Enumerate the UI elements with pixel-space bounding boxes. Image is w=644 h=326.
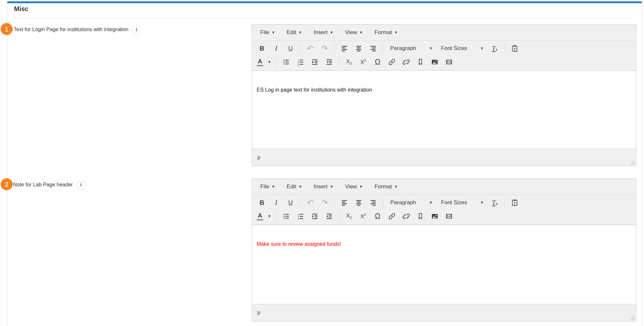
remove-link-button[interactable]: [399, 211, 413, 222]
italic-button[interactable]: I: [269, 43, 283, 54]
insert-link-button[interactable]: [385, 56, 399, 68]
paste-as-text-button[interactable]: T: [508, 197, 522, 208]
text-color-caret-button[interactable]: ▼: [265, 56, 274, 68]
indent-button[interactable]: [308, 56, 322, 68]
subscript-button[interactable]: X2: [342, 56, 356, 68]
chevron-down-icon: ▼: [430, 47, 432, 50]
font-sizes-dropdown[interactable]: Font Sizes▼: [436, 43, 487, 54]
insert-image-button[interactable]: [428, 211, 442, 222]
paste-as-text-icon: T: [511, 199, 519, 207]
paste-as-text-button[interactable]: T: [508, 43, 522, 54]
editor-menubar: File▼ Edit▼ Insert▼ View▼ Format▼: [252, 179, 636, 195]
text-color-caret-button[interactable]: ▼: [265, 211, 274, 222]
underline-icon: U: [288, 199, 293, 206]
underline-button[interactable]: U: [283, 43, 298, 54]
subscript-button[interactable]: X2: [342, 211, 356, 222]
outdent-button[interactable]: [322, 56, 336, 68]
font-sizes-value: Font Sizes: [441, 199, 467, 206]
align-center-button[interactable]: [352, 197, 366, 208]
menu-file[interactable]: File▼: [254, 183, 280, 190]
element-path[interactable]: p: [257, 310, 260, 316]
menu-insert[interactable]: Insert▼: [308, 183, 339, 190]
resize-handle-icon[interactable]: [630, 160, 635, 165]
paragraph-format-value: Paragraph: [390, 199, 416, 206]
chevron-down-icon: ▼: [299, 31, 302, 34]
remove-link-button[interactable]: [399, 56, 413, 68]
chevron-down-icon: ▼: [272, 185, 274, 188]
bold-button[interactable]: B: [255, 43, 269, 54]
bold-button[interactable]: B: [255, 197, 269, 208]
insert-media-button[interactable]: [442, 56, 456, 68]
chevron-down-icon: ▼: [395, 185, 397, 188]
omega-icon: Ω: [375, 212, 380, 221]
menu-file-label: File: [260, 29, 269, 36]
element-path[interactable]: p: [257, 155, 260, 160]
menu-edit[interactable]: Edit▼: [280, 183, 307, 190]
insert-link-button[interactable]: [385, 211, 399, 222]
bullet-list-button[interactable]: [279, 211, 293, 222]
unlink-icon: [402, 58, 410, 66]
info-icon[interactable]: i: [132, 25, 141, 34]
paragraph-format-dropdown[interactable]: Paragraph▼: [386, 43, 436, 54]
paragraph-format-value: Paragraph: [390, 45, 416, 52]
menu-file[interactable]: File▼: [254, 29, 280, 36]
redo-button[interactable]: ↷: [317, 197, 332, 208]
align-left-button[interactable]: [337, 197, 352, 208]
link-icon: [388, 58, 396, 66]
superscript-button[interactable]: X2: [356, 211, 370, 222]
toolbar-separator: [334, 43, 335, 54]
align-right-button[interactable]: [366, 197, 380, 208]
menu-view[interactable]: View▼: [339, 183, 368, 190]
text-color-button[interactable]: A: [255, 211, 265, 222]
bullet-list-button[interactable]: [279, 56, 293, 68]
clear-formatting-button[interactable]: Tx: [488, 43, 502, 54]
underline-button[interactable]: U: [283, 197, 298, 208]
align-center-button[interactable]: [352, 43, 366, 54]
clear-formatting-button[interactable]: Tx: [488, 197, 502, 208]
redo-button[interactable]: ↷: [317, 43, 332, 54]
superscript-button[interactable]: X2: [356, 56, 370, 68]
menu-insert[interactable]: Insert▼: [308, 29, 339, 36]
editor-toolbar: B I U ↶ ↷ Paragraph▼ Font Sizes▼ Tx T A …: [252, 41, 636, 71]
editor-content-area[interactable]: Make sure to review assigned funds!: [252, 225, 636, 304]
outdent-button[interactable]: [322, 211, 336, 222]
menu-view-label: View: [345, 29, 357, 36]
italic-button[interactable]: I: [269, 197, 283, 208]
numbered-list-button[interactable]: 123: [293, 211, 308, 222]
undo-button[interactable]: ↶: [303, 197, 317, 208]
text-color-swatch: [257, 65, 263, 66]
chevron-down-icon: ▼: [481, 201, 483, 204]
font-sizes-dropdown[interactable]: Font Sizes▼: [436, 197, 487, 208]
editor-content-area[interactable]: ES Log in page text for institutions wit…: [252, 71, 636, 149]
menu-view[interactable]: View▼: [339, 29, 368, 36]
numbered-list-button[interactable]: 123: [293, 56, 308, 68]
insert-image-button[interactable]: [428, 56, 442, 68]
indent-button[interactable]: [308, 211, 322, 222]
editor-paragraph: ES Log in page text for institutions wit…: [257, 87, 636, 93]
section-title: Misc: [14, 5, 28, 13]
anchor-button[interactable]: [413, 56, 428, 68]
text-color-button[interactable]: A: [255, 56, 265, 68]
anchor-button[interactable]: [413, 211, 428, 222]
svg-text:T: T: [513, 47, 516, 51]
align-left-button[interactable]: [337, 43, 352, 54]
menu-format[interactable]: Format▼: [368, 29, 403, 36]
special-character-button[interactable]: Ω: [370, 211, 385, 222]
underline-icon: U: [288, 45, 293, 52]
paragraph-format-dropdown[interactable]: Paragraph▼: [386, 197, 436, 208]
chevron-down-icon: ▼: [299, 185, 302, 188]
field-label-lab-note: Note for Lab Page header i: [13, 180, 86, 190]
superscript-icon: X2: [360, 213, 366, 220]
insert-media-button[interactable]: [442, 211, 456, 222]
rich-text-editor-lab-note: File▼ Edit▼ Insert▼ View▼ Format▼ B I U …: [252, 179, 636, 321]
special-character-button[interactable]: Ω: [370, 56, 385, 68]
menu-format[interactable]: Format▼: [368, 183, 403, 190]
italic-icon: I: [275, 44, 277, 53]
field-label-text: Note for Lab Page header: [13, 182, 73, 188]
info-icon[interactable]: i: [76, 180, 86, 190]
menu-edit[interactable]: Edit▼: [280, 29, 307, 36]
resize-handle-icon[interactable]: [630, 315, 635, 320]
undo-button[interactable]: ↶: [303, 43, 317, 54]
numbered-list-icon: 123: [297, 58, 304, 66]
align-right-button[interactable]: [366, 43, 380, 54]
